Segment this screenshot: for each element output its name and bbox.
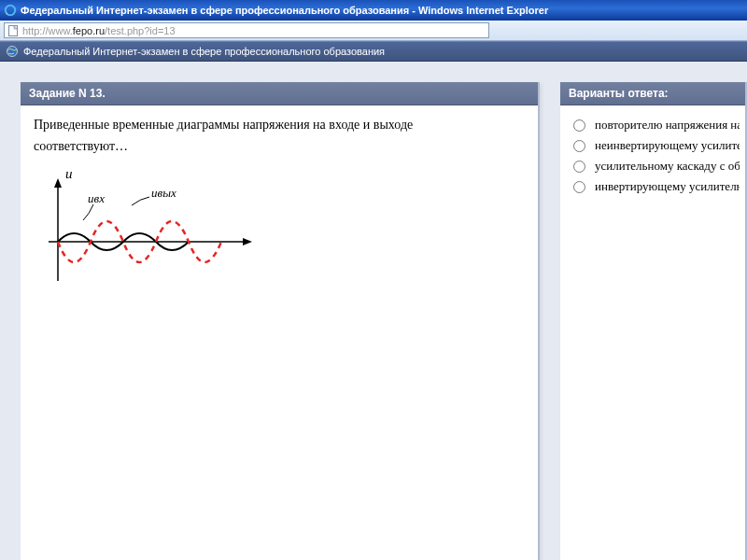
answer-radio[interactable] bbox=[573, 119, 585, 132]
voltage-diagram: u uвх uвых bbox=[30, 161, 525, 307]
task-prompt-line2: соответствуют… bbox=[34, 138, 525, 156]
task-header: Задание N 13. bbox=[21, 82, 538, 105]
globe-icon bbox=[6, 45, 19, 58]
answers-body: повторителю напряжения на о неинвертирую… bbox=[560, 105, 745, 206]
task-body: Приведенные временные диаграммы напряжен… bbox=[21, 105, 538, 318]
content-area: Задание N 13. Приведенные временные диаг… bbox=[0, 62, 747, 560]
answer-label: неинвертирующему усилител bbox=[595, 138, 740, 153]
page-icon bbox=[7, 24, 20, 37]
answer-radio[interactable] bbox=[573, 140, 585, 152]
address-bar: http://www.fepo.ru/test.php?id=13 bbox=[0, 21, 747, 41]
answer-option[interactable]: повторителю напряжения на о bbox=[566, 115, 740, 135]
page-banner: Федеральный Интернет-экзамен в сфере про… bbox=[0, 41, 747, 62]
answers-panel: Варианты ответа: повторителю напряжения … bbox=[560, 82, 747, 560]
task-prompt-line1: Приведенные временные диаграммы напряжен… bbox=[34, 117, 525, 134]
signal-in-label: uвх bbox=[88, 191, 105, 205]
answer-option[interactable]: усилительному каскаду с общ bbox=[566, 156, 740, 176]
window-titlebar: Федеральный Интернет-экзамен в сфере про… bbox=[0, 0, 747, 21]
answers-header: Варианты ответа: bbox=[560, 82, 745, 105]
svg-marker-4 bbox=[54, 178, 62, 188]
answer-radio[interactable] bbox=[573, 161, 585, 173]
url-input[interactable]: http://www.fepo.ru/test.php?id=13 bbox=[4, 22, 489, 38]
answer-radio[interactable] bbox=[573, 181, 585, 193]
answer-label: усилительному каскаду с общ bbox=[595, 159, 740, 174]
svg-rect-1 bbox=[9, 25, 18, 35]
svg-point-2 bbox=[7, 47, 18, 57]
url-text: http://www.fepo.ru/test.php?id=13 bbox=[22, 25, 176, 36]
axis-label: u bbox=[65, 166, 73, 181]
ie-icon bbox=[4, 4, 17, 17]
answer-option[interactable]: неинвертирующему усилител bbox=[566, 135, 740, 156]
signal-out-label: uвых bbox=[151, 186, 176, 200]
answer-label: повторителю напряжения на о bbox=[595, 118, 740, 133]
window-title: Федеральный Интернет-экзамен в сфере про… bbox=[21, 5, 548, 16]
banner-title: Федеральный Интернет-экзамен в сфере про… bbox=[23, 46, 385, 57]
answer-label: инвертирующему усилителю bbox=[595, 179, 740, 194]
answer-option[interactable]: инвертирующему усилителю bbox=[566, 176, 740, 197]
svg-marker-6 bbox=[243, 238, 252, 245]
task-panel: Задание N 13. Приведенные временные диаг… bbox=[21, 82, 540, 560]
